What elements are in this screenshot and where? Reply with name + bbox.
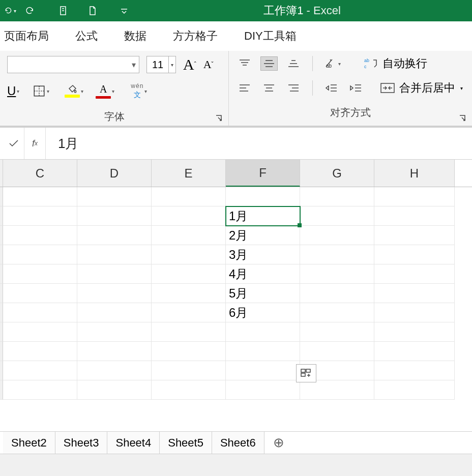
col-header-c[interactable]: C bbox=[3, 160, 77, 187]
formula-confirm-button[interactable] bbox=[3, 128, 24, 159]
cell-H5[interactable] bbox=[374, 264, 455, 284]
sheet-tab[interactable]: Sheet2 bbox=[3, 432, 55, 454]
merge-center-button[interactable]: 合并后居中 ▾ bbox=[380, 80, 463, 96]
cell-D11[interactable] bbox=[77, 380, 152, 400]
cell-C1[interactable] bbox=[3, 187, 77, 206]
col-header-h[interactable]: H bbox=[374, 160, 455, 187]
phonetic-guide-button[interactable]: wén 文 ▾ bbox=[131, 82, 147, 100]
cell-E3[interactable] bbox=[152, 226, 226, 245]
cell-G5[interactable] bbox=[300, 264, 374, 284]
cell-H11[interactable] bbox=[374, 380, 455, 400]
cell-F1[interactable] bbox=[226, 187, 300, 206]
cell-F7[interactable]: 6月 bbox=[226, 303, 300, 322]
cell-E11[interactable] bbox=[152, 380, 226, 400]
cell-D9[interactable] bbox=[77, 342, 152, 361]
cell-F10[interactable] bbox=[226, 361, 300, 380]
cell-H8[interactable] bbox=[374, 322, 455, 342]
sheet-tab[interactable]: Sheet3 bbox=[55, 432, 108, 454]
cell-H1[interactable] bbox=[374, 187, 455, 206]
cell-F4[interactable]: 3月 bbox=[226, 245, 300, 264]
cell-E9[interactable] bbox=[152, 342, 226, 361]
cell-F11[interactable] bbox=[226, 380, 300, 400]
cell-D2[interactable] bbox=[77, 206, 152, 226]
sheet-tab[interactable]: Sheet6 bbox=[212, 432, 264, 454]
cell-C4[interactable] bbox=[3, 245, 77, 264]
cell-H6[interactable] bbox=[374, 284, 455, 303]
fill-color-button[interactable]: ▾ bbox=[65, 84, 83, 98]
sheet-tab[interactable]: Sheet4 bbox=[107, 432, 160, 454]
increase-indent-button[interactable] bbox=[347, 81, 365, 95]
cell-H7[interactable] bbox=[374, 303, 455, 322]
cell-C5[interactable] bbox=[3, 264, 77, 284]
cell-G9[interactable] bbox=[300, 342, 374, 361]
cell-H9[interactable] bbox=[374, 342, 455, 361]
cell-F8[interactable] bbox=[226, 322, 300, 342]
cell-F5[interactable]: 4月 bbox=[226, 264, 300, 284]
cell-F2[interactable]: 1月 bbox=[226, 206, 300, 226]
cell-F9[interactable] bbox=[226, 342, 300, 361]
cell-H10[interactable] bbox=[374, 361, 455, 380]
cell-E8[interactable] bbox=[152, 322, 226, 342]
underline-button[interactable]: U▾ bbox=[7, 84, 19, 98]
cell-C3[interactable] bbox=[3, 226, 77, 245]
decrease-indent-button[interactable] bbox=[323, 81, 340, 95]
print-preview-icon[interactable] bbox=[57, 5, 69, 17]
cell-E4[interactable] bbox=[152, 245, 226, 264]
cell-D7[interactable] bbox=[77, 303, 152, 322]
alignment-dialog-launcher[interactable] bbox=[459, 114, 467, 123]
decrease-font-button[interactable]: Aˇ bbox=[203, 58, 214, 71]
cell-D10[interactable] bbox=[77, 361, 152, 380]
cell-D6[interactable] bbox=[77, 284, 152, 303]
cell-F3[interactable]: 2月 bbox=[226, 226, 300, 245]
cell-G6[interactable] bbox=[300, 284, 374, 303]
qat-customize-icon[interactable] bbox=[118, 5, 130, 17]
cell-D1[interactable] bbox=[77, 187, 152, 206]
cell-D5[interactable] bbox=[77, 264, 152, 284]
font-color-button[interactable]: A ▾ bbox=[96, 83, 114, 99]
cell-E10[interactable] bbox=[152, 361, 226, 380]
undo-button[interactable]: ▾ bbox=[4, 5, 16, 17]
cell-E5[interactable] bbox=[152, 264, 226, 284]
cell-G2[interactable] bbox=[300, 206, 374, 226]
add-sheet-button[interactable]: ⊕ bbox=[264, 435, 293, 451]
formula-input[interactable]: 1月 bbox=[46, 128, 472, 159]
align-left-button[interactable] bbox=[236, 81, 253, 95]
col-header-e[interactable]: E bbox=[152, 160, 226, 187]
sheet-tab[interactable]: Sheet5 bbox=[160, 432, 212, 454]
cell-E7[interactable] bbox=[152, 303, 226, 322]
autofill-options-button[interactable] bbox=[296, 364, 316, 382]
align-top-button[interactable] bbox=[236, 56, 253, 71]
col-header-g[interactable]: G bbox=[300, 160, 374, 187]
new-file-icon[interactable] bbox=[86, 5, 99, 17]
cell-G7[interactable] bbox=[300, 303, 374, 322]
cell-G4[interactable] bbox=[300, 245, 374, 264]
cell-H3[interactable] bbox=[374, 226, 455, 245]
cell-E6[interactable] bbox=[152, 284, 226, 303]
font-size-dropdown[interactable]: ▾ bbox=[169, 56, 176, 73]
align-middle-button[interactable] bbox=[260, 56, 278, 71]
cell-C9[interactable] bbox=[3, 342, 77, 361]
cell-C6[interactable] bbox=[3, 284, 77, 303]
orientation-button[interactable]: ab ▾ bbox=[323, 57, 341, 70]
cell-E1[interactable] bbox=[152, 187, 226, 206]
col-header-f[interactable]: F bbox=[226, 160, 300, 187]
col-header-d[interactable]: D bbox=[77, 160, 152, 187]
tab-page-layout[interactable]: 页面布局 bbox=[3, 26, 50, 46]
tab-fangfang[interactable]: 方方格子 bbox=[172, 26, 219, 46]
redo-button[interactable] bbox=[23, 5, 36, 17]
cell-G11[interactable] bbox=[300, 380, 374, 400]
cell-F6[interactable]: 5月 bbox=[226, 284, 300, 303]
font-dialog-launcher[interactable] bbox=[215, 114, 223, 123]
cell-G8[interactable] bbox=[300, 322, 374, 342]
font-name-select[interactable]: ▾ bbox=[7, 56, 139, 73]
cell-E2[interactable] bbox=[152, 206, 226, 226]
align-right-button[interactable] bbox=[285, 81, 302, 95]
align-bottom-button[interactable] bbox=[285, 56, 302, 71]
tab-diy-toolbox[interactable]: DIY工具箱 bbox=[243, 26, 298, 46]
borders-button[interactable]: ▾ bbox=[33, 84, 49, 98]
cell-C8[interactable] bbox=[3, 322, 77, 342]
cell-G3[interactable] bbox=[300, 226, 374, 245]
cell-C11[interactable] bbox=[3, 380, 77, 400]
wrap-text-button[interactable]: abc 自动换行 bbox=[363, 56, 427, 71]
cell-C7[interactable] bbox=[3, 303, 77, 322]
